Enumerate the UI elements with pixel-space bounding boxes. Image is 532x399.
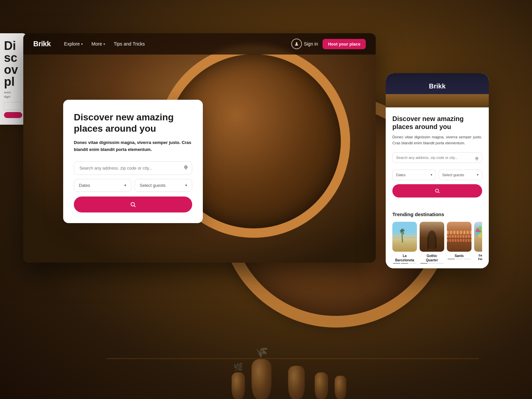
sants-dots xyxy=(447,259,471,259)
gothic-image xyxy=(420,222,444,252)
more-chevron-icon: ▾ xyxy=(103,42,105,46)
destination-barceloneta[interactable]: 🌴 LaBarceloneta xyxy=(392,222,417,264)
mobile-guests-label: Select guests xyxy=(442,173,464,177)
mobile-hero-strip xyxy=(386,94,489,107)
dot-2 xyxy=(428,263,436,264)
search-icon xyxy=(130,201,136,207)
dot-1 xyxy=(448,259,455,259)
desktop-select-row: Dates ▾ Select guests ▾ xyxy=(74,179,192,192)
mobile-header: Brikk xyxy=(386,73,489,107)
svg-point-4 xyxy=(476,158,477,159)
dot-2 xyxy=(401,263,408,264)
mobile-search-button[interactable] xyxy=(392,184,482,198)
gothic-label: GothicQuarter xyxy=(420,254,444,262)
explore-chevron-icon: ▾ xyxy=(81,42,83,46)
desktop-search-wrap xyxy=(74,161,192,175)
gothic-dots xyxy=(420,263,444,264)
nav-explore[interactable]: Explore ▾ xyxy=(61,39,86,49)
user-icon xyxy=(291,39,302,49)
trending-destinations-section: Trending destinations 🌴 LaBarceloneta xyxy=(386,205,489,268)
destination-sagrada[interactable]: Sag...Fam... xyxy=(474,222,482,264)
svg-point-1 xyxy=(185,166,187,168)
sign-in-button[interactable]: Sign in xyxy=(291,39,318,49)
mobile-search-card: Discover new amazing places around you D… xyxy=(386,107,489,204)
desktop-search-input[interactable] xyxy=(74,161,192,175)
desktop-navbar: Brikk Explore ▾ More ▾ Tips and Tricks xyxy=(23,33,376,55)
dates-select[interactable]: Dates ▾ xyxy=(74,179,131,192)
awning-3 xyxy=(447,239,471,242)
destination-sants[interactable]: Sants xyxy=(447,222,471,264)
nav-links: Explore ▾ More ▾ Tips and Tricks xyxy=(61,39,291,49)
mobile-search-icon xyxy=(435,188,440,194)
dates-chevron-icon: ▾ xyxy=(124,183,126,188)
svg-line-3 xyxy=(134,205,135,206)
guests-label: Select guests xyxy=(140,183,166,188)
desktop-search-button[interactable] xyxy=(74,197,192,212)
palm-leaves: 🌴 xyxy=(399,227,406,235)
desktop-card-subtitle: Donec vitae dignissim magna, viverra sem… xyxy=(74,139,192,153)
dot-3 xyxy=(409,263,416,264)
desktop-logo: Brikk xyxy=(33,40,51,48)
dot-1 xyxy=(393,263,400,264)
mobile-window: Brikk Discover new amazing places around… xyxy=(386,73,489,268)
desktop-window: Brikk Explore ▾ More ▾ Tips and Tricks xyxy=(23,33,376,263)
svg-line-6 xyxy=(438,192,439,193)
mobile-dates-chevron-icon: ▾ xyxy=(431,173,432,177)
barceloneta-image: 🌴 xyxy=(392,222,417,252)
mobile-dates-label: Dates xyxy=(396,173,406,177)
mobile-guests-select[interactable]: Select guests ▾ xyxy=(439,170,482,180)
nav-tips-label: Tips and Tricks xyxy=(114,41,145,47)
mobile-search-input[interactable] xyxy=(392,152,482,163)
destination-gothic[interactable]: GothicQuarter xyxy=(420,222,444,264)
sants-label: Sants xyxy=(447,254,471,258)
nav-tips[interactable]: Tips and Tricks xyxy=(110,39,148,49)
mobile-guests-chevron-icon: ▾ xyxy=(477,173,478,177)
sign-in-label: Sign in xyxy=(304,41,318,47)
destinations-row: 🌴 LaBarceloneta xyxy=(392,222,482,264)
location-icon xyxy=(184,165,188,171)
dates-label: Dates xyxy=(79,183,90,188)
dot-1 xyxy=(420,263,428,264)
mobile-dates-select[interactable]: Dates ▾ xyxy=(392,170,436,180)
dot-2 xyxy=(456,259,463,259)
desktop-card-title: Discover new amazing places around you xyxy=(74,112,192,134)
sagrada-label: Sag...Fam... xyxy=(474,254,482,261)
partial-text: Discovpl xyxy=(4,40,23,88)
awning-2 xyxy=(447,235,471,238)
dot-3 xyxy=(464,259,471,259)
svg-point-0 xyxy=(296,42,297,44)
trending-bottom-pad xyxy=(392,264,482,268)
mobile-select-row: Dates ▾ Select guests ▾ xyxy=(392,170,482,180)
mobile-location-icon xyxy=(475,157,479,162)
nav-explore-label: Explore xyxy=(64,41,80,47)
mobile-card-subtitle: Donec vitae dignissim magna, viverra sem… xyxy=(392,134,482,146)
barceloneta-dots xyxy=(392,263,417,264)
water-line xyxy=(392,237,417,238)
barceloneta-label: LaBarceloneta xyxy=(392,254,417,262)
nav-right: Sign in Host your place xyxy=(291,39,366,49)
dot-3 xyxy=(436,263,444,264)
left-partial-window: Discovpl oremdigni xyxy=(0,33,27,125)
partial-btn-mock xyxy=(4,112,22,118)
bottom-decorations: 🌿 🌾 xyxy=(232,359,346,399)
partial-subtext: oremdigni xyxy=(4,90,23,99)
sagrada-image xyxy=(474,222,482,252)
guests-chevron-icon: ▾ xyxy=(185,183,187,188)
partial-input-mock xyxy=(4,102,22,110)
host-button[interactable]: Host your place xyxy=(323,39,366,49)
awning-1 xyxy=(447,231,471,234)
nav-more[interactable]: More ▾ xyxy=(88,39,108,49)
trending-title: Trending destinations xyxy=(392,211,482,217)
mobile-card-title: Discover new amazing places around you xyxy=(392,115,482,131)
mobile-logo: Brikk xyxy=(392,78,482,90)
nav-more-label: More xyxy=(91,41,102,47)
gothic-arch-inner xyxy=(429,234,435,249)
desktop-search-card: Discover new amazing places around you D… xyxy=(63,100,203,223)
guests-select[interactable]: Select guests ▾ xyxy=(135,179,192,192)
sagrada-mosaic xyxy=(476,226,482,238)
mobile-search-wrap xyxy=(392,152,482,166)
sants-image xyxy=(447,222,471,252)
